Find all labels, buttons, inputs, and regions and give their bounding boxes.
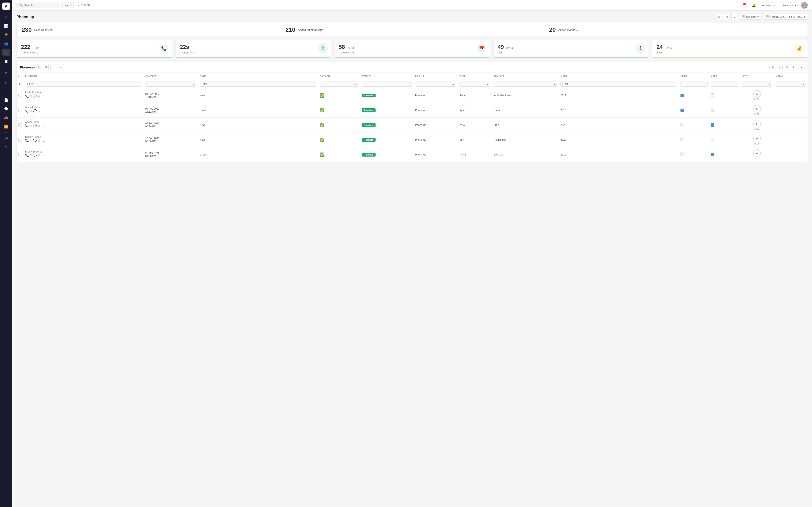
row-checkbox-3[interactable] bbox=[18, 123, 22, 127]
table-refresh-icon[interactable]: ↻ bbox=[791, 64, 797, 70]
chat-contact-icon4[interactable]: 💬 bbox=[33, 139, 37, 144]
filter-type[interactable]: -▾ bbox=[459, 81, 490, 87]
dealer-select[interactable]: Dealership ▾ bbox=[780, 3, 799, 8]
row-name-4[interactable]: Maggy Regan bbox=[25, 135, 41, 138]
avatar[interactable] bbox=[801, 2, 808, 9]
call-date-filter[interactable]: 📅 Call date ▾ bbox=[739, 14, 761, 20]
row-add-icon-3[interactable]: + bbox=[41, 124, 47, 129]
filter-date[interactable] bbox=[200, 81, 316, 87]
contacts-icon[interactable]: 📋 bbox=[2, 57, 10, 65]
row-visit-3[interactable]: ✓ bbox=[711, 123, 714, 127]
row-name-1[interactable]: Lydia Fletcher bbox=[25, 91, 41, 94]
filter-media[interactable]: -▾ bbox=[776, 81, 806, 87]
row-name-3[interactable]: Adam Prince bbox=[25, 121, 40, 124]
row-checkbox-4[interactable] bbox=[18, 138, 22, 142]
filter-result[interactable]: -▾ bbox=[415, 81, 456, 87]
users-icon[interactable]: 👥 bbox=[2, 40, 10, 47]
row-visit-5[interactable]: ✓ bbox=[711, 153, 714, 156]
play-button-5[interactable]: ▶ bbox=[753, 149, 761, 157]
chat-contact-icon5[interactable]: 💬 bbox=[33, 154, 37, 159]
row-add-icon-5[interactable]: + bbox=[41, 154, 47, 159]
row-name-2[interactable]: Abigail Fraser bbox=[25, 106, 41, 109]
row-checkbox-2[interactable] bbox=[18, 109, 22, 112]
row-add-icon-1[interactable]: + bbox=[41, 95, 47, 100]
filter-phoneup[interactable] bbox=[25, 81, 142, 87]
video-contact-icon[interactable]: 🖥 bbox=[38, 95, 40, 100]
row-appt-4[interactable] bbox=[680, 138, 684, 141]
email-action-icon[interactable]: ✉ bbox=[43, 64, 49, 70]
video-contact-icon5[interactable]: 🖥 bbox=[38, 154, 40, 159]
grid-icon[interactable]: ⊞ bbox=[724, 14, 730, 20]
email-contact-icon2[interactable]: ✉ bbox=[30, 109, 32, 115]
add-phoneup-button[interactable]: + bbox=[36, 65, 41, 69]
play-button-1[interactable]: ▶ bbox=[753, 90, 761, 98]
split-icon[interactable]: ⇄ bbox=[2, 78, 10, 86]
phone-contact-icon2[interactable]: 📞 bbox=[25, 109, 29, 115]
settings-icon[interactable]: ⚙ bbox=[2, 69, 10, 77]
lead-dropdown[interactable]: Lead ▾ bbox=[61, 3, 74, 8]
phone-contact-icon4[interactable]: 📞 bbox=[25, 139, 29, 144]
home-icon[interactable]: ⊞ bbox=[2, 13, 10, 21]
notification-icon[interactable]: 🔔 bbox=[751, 2, 757, 9]
timer-icon[interactable]: ⏱ bbox=[2, 87, 10, 95]
play-button-2[interactable]: ▶ bbox=[753, 105, 761, 113]
filter-advisor[interactable]: -▾ bbox=[494, 81, 557, 87]
filter-contact[interactable]: -▾ bbox=[145, 81, 196, 87]
badge-icon[interactable]: 🏷 bbox=[2, 135, 10, 143]
chat-icon[interactable]: 💬 bbox=[2, 105, 10, 113]
column-toggle-icon[interactable]: ⊞ bbox=[769, 64, 775, 70]
email-contact-icon5[interactable]: ✉ bbox=[30, 154, 32, 159]
filter-year[interactable]: -▾ bbox=[680, 81, 708, 87]
team-select[interactable]: All teams ▾ bbox=[760, 3, 777, 8]
help-icon[interactable]: ? bbox=[2, 144, 10, 151]
phone-contact-icon5[interactable]: 📞 bbox=[25, 154, 29, 159]
row-visit-1[interactable] bbox=[711, 93, 714, 97]
play-button-4[interactable]: ▶ bbox=[753, 134, 761, 142]
play-button-3[interactable]: ▶ bbox=[753, 120, 761, 127]
phone-contact-icon[interactable]: 📞 bbox=[25, 95, 29, 100]
layout-icon[interactable]: ⊟ bbox=[784, 64, 790, 70]
more-actions-icon[interactable]: ••• bbox=[58, 64, 64, 70]
chart-icon[interactable]: 📊 bbox=[2, 22, 10, 30]
signal-icon[interactable]: 📶 bbox=[2, 123, 10, 130]
video-contact-icon3[interactable]: 🖥 bbox=[38, 124, 40, 129]
expand-icon[interactable]: » bbox=[2, 153, 10, 160]
chat-contact-icon[interactable]: 💬 bbox=[33, 95, 37, 100]
row-appt-2[interactable]: ✓ bbox=[680, 109, 684, 112]
row-checkbox-1[interactable] bbox=[18, 94, 22, 97]
refresh-icon[interactable]: ↻ bbox=[716, 14, 722, 20]
table-collapse-icon[interactable]: ▲ bbox=[798, 64, 804, 70]
row-appt-3[interactable] bbox=[680, 123, 684, 126]
collapse-icon[interactable]: ▲ bbox=[731, 14, 738, 20]
chat-contact-icon2[interactable]: 💬 bbox=[33, 109, 37, 115]
row-visit-2[interactable] bbox=[711, 108, 714, 112]
date-range-filter[interactable]: 📅 Feb 01, 2023 - Feb 28, 2023 ▾ bbox=[763, 14, 808, 20]
filter-appt[interactable]: -▾ bbox=[711, 81, 739, 87]
email-contact-icon3[interactable]: ✉ bbox=[30, 124, 32, 129]
client-button[interactable]: ＋ CLIENT bbox=[77, 3, 91, 7]
doc-icon[interactable]: 📄 bbox=[2, 96, 10, 104]
row-visit-4[interactable] bbox=[711, 138, 714, 141]
export-icon[interactable]: ↗ bbox=[777, 64, 782, 70]
activity-icon[interactable]: ⚡ bbox=[2, 31, 10, 39]
filter-visit[interactable]: -▾ bbox=[742, 81, 772, 87]
calendar-icon[interactable]: 📅 bbox=[741, 2, 748, 9]
filter-statut[interactable]: -▾ bbox=[362, 81, 412, 87]
email-contact-icon[interactable]: ✉ bbox=[30, 95, 32, 100]
row-checkbox-5[interactable] bbox=[18, 153, 22, 156]
chat-contact-icon3[interactable]: 💬 bbox=[33, 124, 37, 129]
select-all-checkbox[interactable] bbox=[18, 74, 22, 78]
row-appt-5[interactable] bbox=[680, 153, 684, 156]
email-contact-icon4[interactable]: ✉ bbox=[30, 139, 32, 144]
phone-icon[interactable]: 📞 bbox=[2, 49, 10, 56]
back-action-icon[interactable]: ⟵ bbox=[50, 64, 56, 70]
row-appt-1[interactable]: ✓ bbox=[680, 94, 684, 97]
row-add-icon-4[interactable]: + bbox=[41, 139, 47, 144]
megaphone-icon[interactable]: 📣 bbox=[2, 114, 10, 121]
filter-model[interactable] bbox=[560, 81, 677, 87]
video-contact-icon2[interactable]: 🖥 bbox=[38, 109, 40, 115]
filter-division[interactable]: -▾ bbox=[320, 81, 358, 87]
row-name-5[interactable]: Brody Beckman bbox=[25, 150, 43, 153]
video-contact-icon4[interactable]: 🖥 bbox=[38, 139, 40, 144]
row-add-icon-2[interactable]: + bbox=[41, 109, 47, 115]
